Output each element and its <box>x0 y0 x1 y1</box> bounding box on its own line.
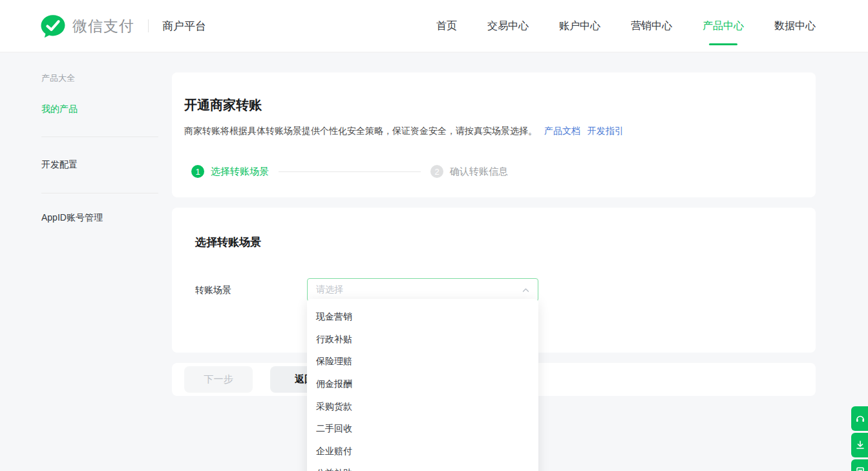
dropdown-option[interactable]: 公益补助 <box>307 463 538 471</box>
page-description-text: 商家转账将根据具体转账场景提供个性化安全策略，保证资金安全，请按真实场景选择。 <box>184 126 537 136</box>
nav-item-account[interactable]: 账户中心 <box>559 19 600 33</box>
sidebar-divider <box>41 137 158 137</box>
transfer-scene-dropdown: 现金营销 行政补贴 保险理赔 佣金报酬 采购货款 二手回收 企业赔付 公益补助 <box>307 299 538 471</box>
step-1-label: 选择转账场景 <box>211 166 269 178</box>
dropdown-option[interactable]: 保险理赔 <box>307 351 538 373</box>
page-description: 商家转账将根据具体转账场景提供个性化安全策略，保证资金安全，请按真实场景选择。 … <box>184 124 798 137</box>
sidebar: 产品大全 我的产品 开发配置 AppID账号管理 <box>0 52 172 224</box>
feedback-icon <box>854 439 866 451</box>
dropdown-option[interactable]: 行政补贴 <box>307 329 538 351</box>
step-1-circle: 1 <box>191 165 204 178</box>
dropdown-option[interactable]: 采购货款 <box>307 395 538 418</box>
dropdown-option[interactable]: 佣金报酬 <box>307 373 538 396</box>
sidebar-item-appid-management[interactable]: AppID账号管理 <box>41 212 172 224</box>
product-doc-link[interactable]: 产品文档 <box>544 126 580 136</box>
nav-item-data[interactable]: 数据中心 <box>774 19 816 33</box>
wechat-pay-logo[interactable]: 微信支付 <box>40 14 134 38</box>
sidebar-section-title: 产品大全 <box>41 72 172 84</box>
form-heading: 选择转账场景 <box>195 235 816 250</box>
merchant-platform-page: 微信支付 商户平台 首页 交易中心 账户中心 营销中心 产品中心 数据中心 产品… <box>0 0 868 471</box>
step-2-label: 确认转账信息 <box>450 166 508 178</box>
sidebar-item-dev-config[interactable]: 开发配置 <box>41 159 172 171</box>
chevron-up-icon <box>522 286 530 294</box>
dropdown-option[interactable]: 企业赔付 <box>307 441 538 463</box>
feedback-button[interactable] <box>851 433 868 457</box>
step-2-circle: 2 <box>430 165 443 178</box>
next-step-button[interactable]: 下一步 <box>184 366 253 393</box>
survey-button[interactable] <box>851 459 868 471</box>
sidebar-item-my-products[interactable]: 我的产品 <box>41 104 172 115</box>
survey-icon <box>854 466 866 471</box>
transfer-scene-select[interactable]: 请选择 <box>307 278 538 301</box>
customer-service-button[interactable] <box>851 406 868 431</box>
nav-item-marketing[interactable]: 营销中心 <box>631 19 672 33</box>
transfer-scene-field-row: 转账场景 请选择 <box>195 278 816 301</box>
dropdown-option[interactable]: 现金营销 <box>307 306 538 329</box>
intro-card: 开通商家转账 商家转账将根据具体转账场景提供个性化安全策略，保证资金安全，请按真… <box>172 72 816 197</box>
nav-item-products[interactable]: 产品中心 <box>703 19 744 33</box>
nav-item-home[interactable]: 首页 <box>436 19 457 33</box>
main-nav: 首页 交易中心 账户中心 营销中心 产品中心 数据中心 <box>436 19 816 33</box>
portal-name: 商户平台 <box>162 19 206 34</box>
sidebar-divider <box>41 193 158 193</box>
nav-item-transactions[interactable]: 交易中心 <box>487 19 529 33</box>
dev-guide-link[interactable]: 开发指引 <box>587 126 624 136</box>
step-connector-line <box>279 171 421 172</box>
customer-service-icon <box>854 413 866 424</box>
header-divider <box>148 19 149 32</box>
step-indicator: 1 选择转账场景 2 确认转账信息 <box>191 165 798 178</box>
wechat-bubble-icon <box>40 14 66 38</box>
logo-text: 微信支付 <box>72 16 134 36</box>
floating-widget-bar <box>851 406 868 471</box>
top-header: 微信支付 商户平台 首页 交易中心 账户中心 营销中心 产品中心 数据中心 <box>0 0 868 52</box>
transfer-scene-label: 转账场景 <box>195 278 307 301</box>
select-placeholder: 请选择 <box>316 284 522 296</box>
dropdown-option[interactable]: 二手回收 <box>307 418 538 441</box>
page-title: 开通商家转账 <box>184 96 798 114</box>
